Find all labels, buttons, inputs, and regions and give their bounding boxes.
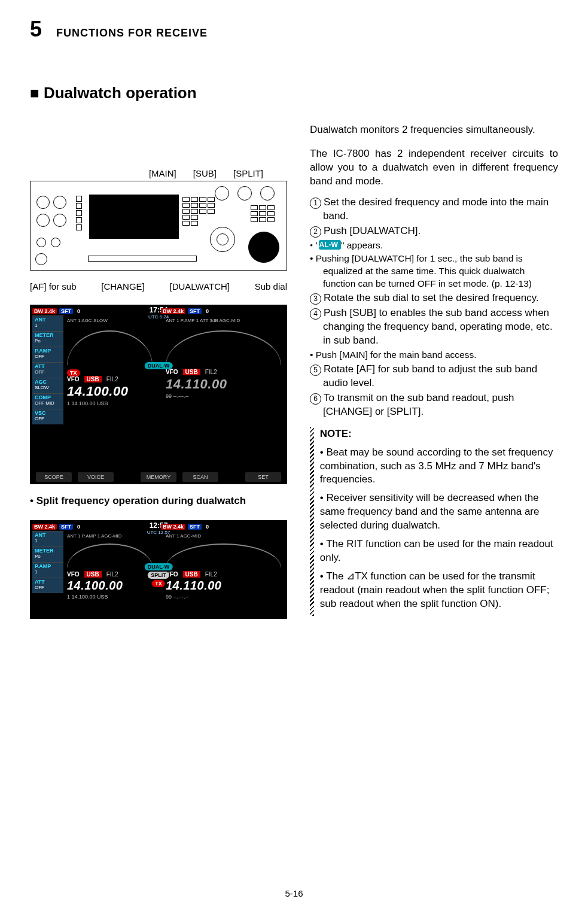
note-2: • Receiver sensitivity will be decreased… bbox=[320, 491, 558, 533]
page-number: 5-16 bbox=[285, 888, 303, 898]
label-af-sub: [AF] for sub bbox=[30, 281, 77, 291]
step-6: 6To transmit on the sub band readout, pu… bbox=[310, 391, 558, 419]
label-change: [CHANGE] bbox=[101, 281, 145, 291]
intro-line-2: The IC-7800 has 2 independent receiver c… bbox=[310, 147, 558, 189]
label-dualwatch: [DUALWATCH] bbox=[169, 281, 230, 291]
step-4a: • Push [MAIN] for the main band access. bbox=[310, 349, 558, 362]
label-sub-dial: Sub dial bbox=[255, 281, 287, 291]
step-1: 1Set the desired frequency and mode into… bbox=[310, 196, 558, 223]
main-frequency: 14.100.00 bbox=[67, 384, 159, 399]
sub-frequency: 14.110.00 bbox=[166, 376, 287, 392]
step-2a: • "DUAL-W" appears. bbox=[310, 239, 558, 252]
chapter-number: 5 bbox=[30, 17, 42, 42]
note-3: • The RIT function can be used for the m… bbox=[320, 537, 558, 565]
section-title: ■ Dualwatch operation bbox=[30, 84, 558, 102]
intro-line-1: Dualwatch monitors 2 frequencies simulta… bbox=[310, 123, 558, 137]
step-3: 3Rotate the sub dial to set the desired … bbox=[310, 291, 558, 305]
split-caption: • Split frequency operation during dualw… bbox=[30, 495, 287, 507]
step-2b: • Pushing [DUALWATCH] for 1 sec., the su… bbox=[310, 253, 558, 290]
split-badge: SPLIT bbox=[148, 572, 169, 579]
note-box: NOTE: • Beat may be sound according to t… bbox=[310, 427, 558, 616]
step-2: 2Push [DUALWATCH]. bbox=[310, 224, 558, 238]
dualw-badge: DUAL-W bbox=[145, 362, 173, 369]
note-1: • Beat may be sound according to the set… bbox=[320, 446, 558, 487]
lcd-screenshot-2: ANT1 METERPo P.AMP1 ATTOFF BW 2.4k SFT 0… bbox=[30, 520, 287, 619]
radio-diagram bbox=[30, 181, 287, 271]
dualw-inline-icon: DUAL-W bbox=[319, 240, 341, 250]
step-5: 5Rotate [AF] for sub band to adjust the … bbox=[310, 363, 558, 390]
sub-frequency-2: 14.110.00 bbox=[166, 579, 287, 593]
label-sub: [SUB] bbox=[193, 168, 217, 178]
label-main: [MAIN] bbox=[149, 168, 176, 178]
label-split: [SPLIT] bbox=[233, 168, 263, 178]
chapter-heading: FUNCTIONS FOR RECEIVE bbox=[56, 27, 208, 40]
step-4: 4Push [SUB] to enables the sub band acce… bbox=[310, 306, 558, 348]
note-head: NOTE: bbox=[320, 428, 352, 439]
tx-icon-2: TX bbox=[152, 580, 165, 587]
note-4: • The ⊿TX function can be used for the t… bbox=[320, 570, 558, 611]
dualw-badge-2: DUAL-W bbox=[145, 563, 173, 570]
lcd-screenshot-1: ANT1 METERPo P.AMPOFF ATTOFF AGCSLOW COM… bbox=[30, 305, 287, 484]
hatch-bar-icon bbox=[310, 427, 314, 616]
